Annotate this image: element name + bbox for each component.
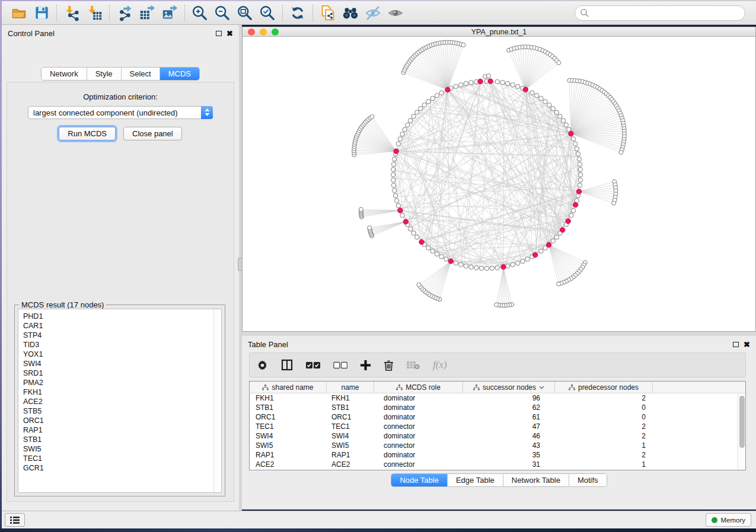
clone-network-button[interactable] [317, 3, 339, 23]
table-row[interactable]: STB1STB1dominator620 [250, 403, 738, 412]
mcds-result-item[interactable]: FKH1 [23, 387, 213, 397]
mcds-result-item[interactable]: SWI4 [23, 359, 213, 368]
mcds-result-item[interactable]: STB5 [23, 406, 213, 416]
control-panel-title: Control Panel [8, 29, 55, 38]
mcds-result-item[interactable]: STP4 [23, 331, 213, 340]
mcds-result-item[interactable]: TID3 [23, 340, 213, 350]
float-panel-icon[interactable] [733, 342, 739, 347]
save-session-button[interactable] [30, 3, 53, 23]
mcds-result-groupbox: MCDS result (17 nodes) PHD1CAR1STP4TID3Y… [14, 300, 225, 496]
table-row[interactable]: ORC1ORC1dominator610 [250, 412, 738, 422]
columns-icon [281, 359, 293, 371]
open-file-button[interactable] [8, 3, 30, 23]
zoom-out-button[interactable] [211, 3, 234, 23]
show-task-history-button[interactable] [5, 513, 25, 527]
table-toolbar: f(x) [249, 352, 746, 377]
memory-status-icon [712, 517, 717, 523]
optimization-criterion-select[interactable]: largest connected component (undirected) [28, 106, 213, 119]
tab-node-table[interactable]: Node Table [391, 474, 448, 486]
tab-network[interactable]: Network [42, 68, 87, 80]
table-row[interactable]: RAP1RAP1dominator352 [250, 450, 738, 460]
table-row[interactable]: SWI4SWI4dominator462 [250, 431, 738, 441]
column-header-name[interactable]: name [327, 382, 374, 393]
column-header-predecessor-nodes[interactable]: predecessor nodes [555, 382, 653, 393]
float-panel-icon[interactable] [216, 31, 222, 36]
function-builder-button-disabled: f(x) [433, 359, 447, 371]
deselect-all-rows-button[interactable] [333, 361, 347, 369]
gear-icon [257, 360, 268, 371]
mcds-result-item[interactable]: TEC1 [23, 454, 213, 463]
add-column-button[interactable] [361, 360, 371, 370]
mcds-result-item[interactable]: ACE2 [23, 397, 213, 406]
tab-mcds[interactable]: MCDS [160, 68, 199, 80]
mcds-result-item[interactable]: RAP1 [23, 425, 213, 435]
mcds-result-item[interactable]: SWI5 [23, 444, 213, 454]
node-table-header: shared namenameMCDS rolesuccessor nodesp… [250, 382, 745, 393]
mcds-result-item[interactable]: STB1 [23, 435, 213, 444]
select-all-rows-button[interactable] [306, 361, 320, 369]
run-mcds-button[interactable]: Run MCDS [59, 127, 116, 140]
export-network-button[interactable] [113, 3, 136, 23]
import-table-button[interactable] [83, 3, 106, 23]
table-settings-button[interactable] [257, 360, 268, 371]
export-table-button[interactable] [136, 3, 158, 23]
tab-motifs[interactable]: Motifs [569, 474, 607, 486]
table-scrollbar[interactable] [738, 393, 745, 470]
memory-button[interactable]: Memory [706, 513, 751, 527]
tab-select[interactable]: Select [122, 68, 160, 80]
network-window: YPA_prune.txt_1 [242, 27, 756, 332]
mcds-result-item[interactable]: ORC1 [23, 416, 213, 425]
network-canvas[interactable] [243, 37, 755, 331]
mcds-result-item[interactable]: PMA2 [23, 378, 213, 387]
refresh-button[interactable] [286, 3, 309, 23]
mcds-result-item[interactable]: SRD1 [23, 368, 213, 378]
zoom-in-button[interactable] [189, 3, 211, 23]
import-network-button[interactable] [60, 3, 83, 23]
network-window-titlebar[interactable]: YPA_prune.txt_1 [243, 27, 755, 37]
column-header-successor-nodes[interactable]: successor nodes [463, 382, 555, 393]
table-row[interactable]: ACE2ACE2connector311 [250, 460, 738, 469]
close-panel-icon[interactable]: ✖ [227, 30, 233, 37]
close-panel-icon[interactable]: ✖ [744, 341, 750, 348]
table-row[interactable]: FKH1FKH1dominator962 [250, 393, 738, 403]
search-network-icon [341, 4, 360, 22]
tab-style[interactable]: Style [87, 68, 122, 80]
clone-network-icon [319, 4, 337, 22]
mcds-result-item[interactable]: GCR1 [23, 463, 213, 473]
show-all-button[interactable] [384, 3, 407, 23]
mcds-result-item[interactable]: PHD1 [23, 312, 213, 321]
tab-network-table[interactable]: Network Table [503, 474, 569, 486]
export-image-icon [161, 4, 178, 22]
column-header-MCDS-role[interactable]: MCDS role [374, 382, 463, 393]
zoom-fit-button[interactable] [234, 3, 256, 23]
horizontal-splitter[interactable] [242, 332, 756, 336]
show-columns-button[interactable] [281, 359, 293, 371]
optimization-criterion-value: largest connected component (undirected) [28, 108, 201, 117]
table-row[interactable]: SWI5SWI5connector431 [250, 441, 738, 450]
close-panel-button[interactable]: Close panel [123, 127, 182, 140]
search-input[interactable] [575, 5, 745, 21]
zoom-in-icon [191, 4, 209, 22]
mcds-result-listbox: PHD1CAR1STP4TID3YOX1SWI4SRD1PMA2FKH1ACE2… [18, 309, 222, 493]
table-row[interactable]: TEC1TEC1connector472 [250, 422, 738, 431]
hide-selected-button[interactable] [362, 3, 384, 23]
hide-selected-icon [364, 4, 382, 22]
mcds-list-scrollbar[interactable] [213, 309, 221, 492]
table-scrollbar-thumb[interactable] [739, 396, 745, 448]
search-network-button[interactable] [339, 3, 362, 23]
mcds-result-item[interactable]: CAR1 [23, 321, 213, 331]
open-file-icon [11, 5, 27, 21]
tree-icon [396, 384, 403, 390]
tab-edge-table[interactable]: Edge Table [448, 474, 503, 486]
column-header-shared-name[interactable]: shared name [250, 382, 327, 393]
delete-column-button[interactable] [384, 360, 394, 371]
toolbar-separator [282, 5, 283, 21]
control-panel-titlebar: Control Panel ✖ [2, 25, 239, 41]
mcds-result-item[interactable]: YOX1 [23, 350, 213, 359]
export-image-button[interactable] [158, 3, 181, 23]
import-table-icon [85, 4, 103, 22]
table-row[interactable]: YOX1YOX1connector291 [250, 469, 738, 470]
memory-label: Memory [720, 517, 745, 524]
zoom-selected-button[interactable] [256, 3, 279, 23]
deselect-all-icon [333, 361, 347, 369]
